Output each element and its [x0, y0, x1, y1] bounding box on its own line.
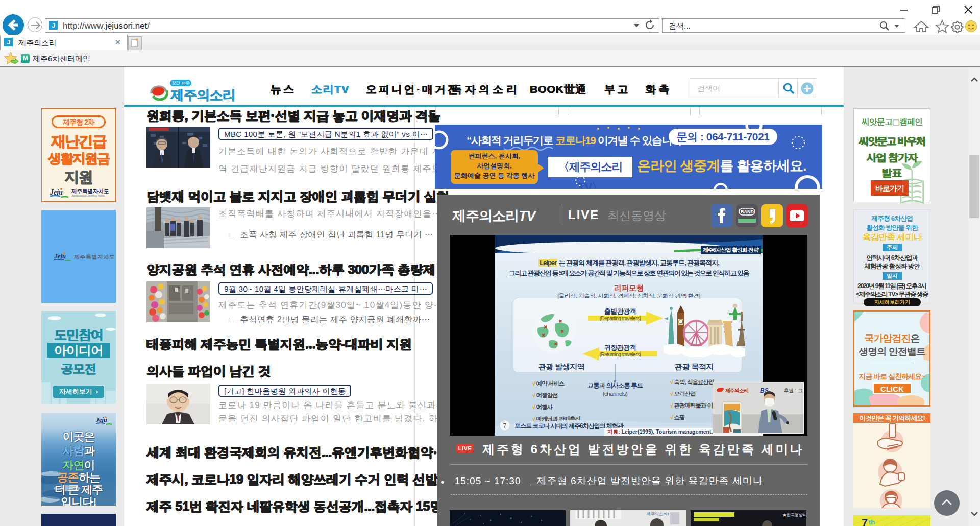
svg-text:제주의소리TV: 제주의소리TV — [647, 512, 673, 516]
svg-text:후원 : 그: 후원 : 그 — [783, 388, 803, 393]
svg-text:7: 7 — [862, 516, 868, 526]
svg-text:th: th — [869, 518, 875, 526]
svg-text:BAND: BAND — [741, 209, 754, 214]
svg-text:★한국영상미디어: ★한국영상미디어 — [782, 513, 806, 517]
svg-text:Jeju Special Self-Governing Pr: Jeju Special Self-Governing Province — [71, 194, 105, 197]
svg-text:*: * — [136, 37, 139, 44]
svg-text:제주의소리: 제주의소리 — [725, 388, 748, 393]
